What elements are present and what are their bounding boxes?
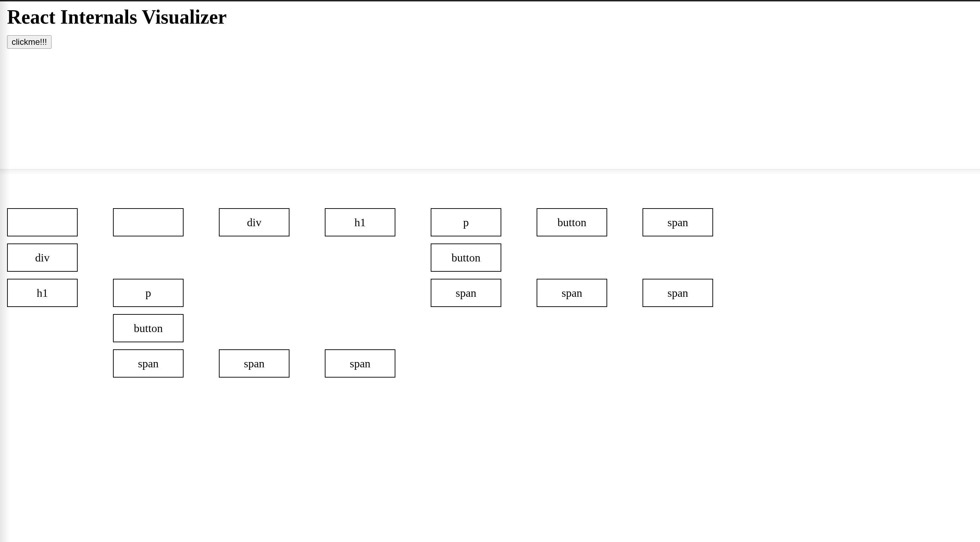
fiber-node-h1[interactable]: h1 — [7, 279, 78, 307]
fiber-node-button[interactable]: button — [536, 208, 607, 237]
fiber-node-empty[interactable] — [113, 208, 184, 237]
fiber-node-empty[interactable] — [7, 208, 78, 237]
visualizer-pane: divh1pbuttonspandivbuttonh1pspanspanspan… — [0, 169, 980, 455]
app-pane: React Internals Visualizer clickme!!! — [0, 0, 980, 169]
fiber-node-p[interactable]: p — [431, 208, 501, 237]
fiber-node-p[interactable]: p — [113, 279, 184, 307]
fiber-node-span[interactable]: span — [536, 279, 607, 307]
fiber-node-span[interactable]: span — [431, 279, 501, 307]
fiber-node-h1[interactable]: h1 — [325, 208, 395, 237]
fiber-node-button[interactable]: button — [113, 314, 184, 342]
fiber-node-div[interactable]: div — [7, 243, 78, 272]
fiber-node-span[interactable]: span — [219, 349, 290, 378]
fiber-grid: divh1pbuttonspandivbuttonh1pspanspanspan… — [7, 208, 883, 455]
page-title: React Internals Visualizer — [7, 6, 980, 28]
fiber-node-div[interactable]: div — [219, 208, 290, 237]
clickme-button[interactable]: clickme!!! — [7, 35, 51, 49]
fiber-node-span[interactable]: span — [113, 349, 184, 378]
fiber-node-button[interactable]: button — [431, 243, 501, 272]
fiber-node-span[interactable]: span — [643, 279, 713, 307]
fiber-node-span[interactable]: span — [325, 349, 395, 378]
fiber-node-span[interactable]: span — [643, 208, 713, 237]
